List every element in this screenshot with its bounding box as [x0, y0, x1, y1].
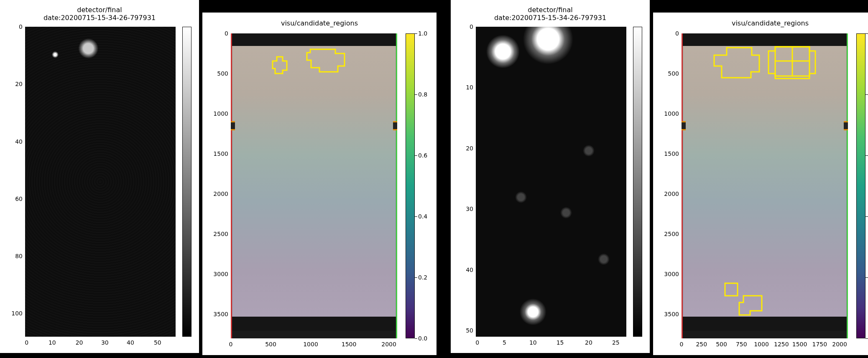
xtick: 1500	[792, 341, 807, 348]
xtick: 0	[25, 339, 28, 346]
ytick: 40	[466, 267, 473, 273]
xtick: 1000	[754, 341, 769, 348]
candidate-contours	[231, 33, 397, 338]
ytick: 1000	[664, 110, 679, 117]
figure-stage: detector/final date:20200715-15-34-26-79…	[0, 0, 868, 358]
ytick: 10	[466, 84, 473, 91]
colorbar-gray	[182, 27, 191, 337]
plot-title: detector/final date:20200715-15-34-26-79…	[451, 6, 650, 22]
cbar-tick: 0.8	[418, 91, 427, 98]
xtick: 10	[49, 339, 56, 346]
ytick: 2500	[664, 231, 679, 237]
ytick: 100	[11, 310, 23, 317]
colorbar-viridis	[406, 33, 415, 338]
colorbar-viridis	[856, 33, 865, 338]
ytick: 3000	[664, 271, 679, 277]
x-axis-ticks: 0 5 10 15 20 25	[476, 339, 626, 348]
candidate-contours	[682, 33, 848, 338]
xtick: 5	[503, 339, 506, 346]
cbar-tick: 0.2	[418, 274, 427, 281]
ytick: 20	[15, 81, 23, 87]
heatmap-axes	[682, 33, 848, 338]
ytick: 0	[675, 30, 679, 37]
colorbar-ticks: 1.0 0.8 0.6 0.4 0.2 0.0	[418, 33, 435, 338]
xtick: 1250	[774, 341, 789, 348]
ytick: 0	[470, 23, 473, 30]
cbar-tick: 0.4	[418, 213, 427, 220]
plot-title: detector/final date:20200715-15-34-26-79…	[0, 6, 199, 22]
title-line1: detector/final	[528, 6, 572, 14]
heatmap-axes	[25, 27, 176, 337]
plot-title: visu/candidate_regions	[202, 19, 437, 27]
ytick: 1000	[213, 110, 228, 117]
ytick: 1500	[664, 150, 679, 157]
ytick: 500	[668, 70, 679, 77]
panel-left-candidates: visu/candidate_regions 0 500 1000 1500 2…	[202, 13, 437, 355]
xtick: 500	[265, 341, 276, 348]
ytick: 2000	[664, 190, 679, 197]
xtick: 30	[101, 339, 109, 346]
heatmap-axes	[231, 33, 397, 338]
ytick: 1500	[213, 150, 228, 157]
xtick: 40	[127, 339, 134, 346]
title-line2: date:20200715-15-34-26-797931	[494, 14, 606, 22]
xtick: 500	[716, 341, 727, 348]
xtick: 50	[154, 339, 161, 346]
ytick: 80	[15, 253, 23, 259]
panel-left-detector: detector/final date:20200715-15-34-26-79…	[0, 0, 199, 353]
xtick: 25	[612, 339, 620, 346]
plot-title: visu/candidate_regions	[653, 19, 868, 27]
colorbar-gray	[633, 27, 642, 337]
xtick: 15	[557, 339, 564, 346]
panel-right-detector: detector/final date:20200715-15-34-26-79…	[451, 0, 650, 353]
x-axis-ticks: 0 250 500 750 1000 1250 1500 1750 2000	[682, 341, 848, 349]
title-line1: detector/final	[77, 6, 122, 14]
xtick: 0	[680, 341, 684, 348]
ytick: 50	[466, 327, 473, 334]
xtick: 750	[736, 341, 747, 348]
xtick: 0	[229, 341, 233, 348]
xtick: 0	[475, 339, 479, 346]
ytick: 3000	[213, 271, 228, 277]
xtick: 20	[76, 339, 83, 346]
xtick: 1000	[303, 341, 318, 348]
cbar-tick: 0.0	[418, 335, 427, 342]
y-axis-ticks: 0 20 40 60 80 100	[0, 27, 23, 337]
ytick: 3500	[213, 311, 228, 317]
xtick: 1500	[342, 341, 357, 348]
title-line2: date:20200715-15-34-26-797931	[43, 14, 156, 22]
cbar-tick: 0.6	[418, 152, 427, 159]
cbar-tick: 1.0	[418, 30, 427, 37]
ytick: 0	[225, 30, 228, 37]
ytick: 30	[466, 206, 473, 212]
ytick: 40	[15, 138, 23, 145]
ytick: 500	[217, 70, 228, 77]
ytick: 0	[19, 23, 23, 30]
y-axis-ticks: 0 500 1000 1500 2000 2500 3000 3500	[202, 33, 228, 338]
ytick: 20	[466, 145, 473, 152]
xtick: 1750	[812, 341, 827, 348]
xtick: 20	[585, 339, 592, 346]
title-text: visu/candidate_regions	[732, 19, 809, 27]
panel-right-candidates: visu/candidate_regions 0 500	[653, 13, 868, 355]
y-axis-ticks: 0 500 1000 1500 2000 2500 3000 3500	[653, 33, 679, 338]
ytick: 2500	[213, 231, 228, 237]
ytick: 3500	[664, 311, 679, 317]
ytick: 60	[15, 196, 23, 202]
xtick: 250	[696, 341, 707, 348]
heatmap-axes	[476, 27, 626, 337]
ytick: 2000	[213, 190, 228, 197]
y-axis-ticks: 0 10 20 30 40 50	[451, 27, 473, 337]
title-text: visu/candidate_regions	[281, 19, 358, 27]
x-axis-ticks: 0 500 1000 1500 2000	[231, 341, 397, 349]
xtick: 2000	[832, 341, 847, 348]
x-axis-ticks: 0 10 20 30 40 50	[25, 339, 176, 348]
xtick: 10	[529, 339, 537, 346]
xtick: 2000	[381, 341, 396, 348]
